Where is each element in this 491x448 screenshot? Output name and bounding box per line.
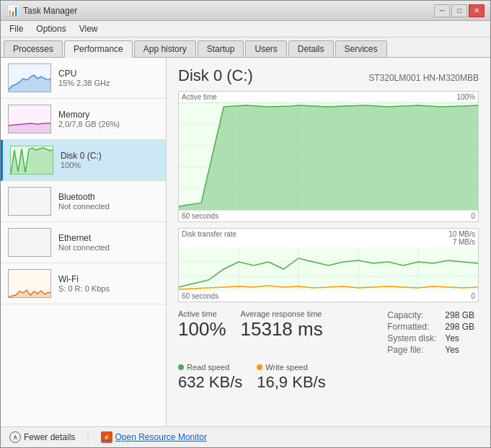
chart1-top-labels: Active time 100%: [179, 92, 478, 102]
ethernet-mini-graph: [8, 228, 51, 257]
sidebar-item-disk[interactable]: Disk 0 (C:) 100%: [1, 140, 166, 181]
task-manager-window: 📊 Task Manager ─ □ ✕ File Options View P…: [0, 0, 491, 448]
wifi-mini-graph: [8, 269, 51, 298]
menu-bar: File Options View: [1, 21, 490, 38]
chart1-top-right: 100%: [456, 93, 475, 101]
window-title: Task Manager: [23, 6, 77, 16]
chart2-bottom-right: 0: [471, 292, 475, 300]
chevron-up-icon: ∧: [9, 431, 21, 443]
tab-details[interactable]: Details: [288, 40, 334, 57]
tab-users[interactable]: Users: [245, 40, 286, 57]
bluetooth-label-group: Bluetooth Not connected: [58, 192, 110, 211]
open-resource-monitor-link[interactable]: ⚡ Open Resource Monitor: [101, 431, 207, 443]
wifi-sub: S: 0 R: 0 Kbps: [58, 284, 110, 293]
ethernet-label-group: Ethernet Not connected: [58, 233, 110, 252]
menu-options[interactable]: Options: [30, 22, 71, 35]
cpu-label: CPU: [58, 69, 110, 79]
write-speed-label: Write speed: [265, 363, 308, 372]
window-icon: 📊: [6, 5, 19, 17]
active-time-chart: Active time 100%: [178, 91, 479, 222]
capacity-value: 298 GB: [441, 309, 479, 321]
write-speed-group: Write speed 16,9 KB/s: [257, 363, 325, 392]
active-time-stat: Active time 100%: [178, 309, 226, 338]
ethernet-sub: Not connected: [58, 243, 110, 252]
disk-mini-graph: [10, 146, 53, 175]
formatted-value: 298 GB: [441, 321, 479, 333]
disk-sub: 100%: [61, 161, 102, 170]
read-speed-label: Read speed: [187, 363, 229, 372]
disk-title: Disk 0 (C:): [178, 66, 253, 85]
sidebar-item-wifi[interactable]: Wi-Fi S: 0 R: 0 Kbps: [1, 263, 166, 304]
tab-services[interactable]: Services: [335, 40, 387, 57]
write-dot: [257, 364, 262, 370]
memory-label: Memory: [58, 110, 120, 120]
sidebar-item-bluetooth[interactable]: Bluetooth Not connected: [1, 181, 166, 222]
disk-label: Disk 0 (C:): [61, 151, 102, 161]
memory-label-group: Memory 2,0/7,8 GB (26%): [58, 110, 120, 128]
chart1-bottom-labels: 60 seconds 0: [179, 211, 478, 221]
read-speed-value: 632 KB/s: [178, 373, 242, 392]
title-bar-left: 📊 Task Manager: [6, 5, 77, 17]
memory-mini-graph: [8, 105, 51, 133]
main-panel: Disk 0 (C:) ST320LM001 HN-M320MBB Active…: [167, 58, 490, 426]
chart2-label: Disk transfer rate: [182, 230, 236, 246]
chart2-bottom-left: 60 seconds: [182, 292, 218, 300]
memory-sub: 2,0/7,8 GB (26%): [58, 120, 120, 128]
menu-view[interactable]: View: [74, 22, 104, 35]
read-speed-indicator: Read speed: [178, 363, 242, 372]
chart2-area: [179, 247, 478, 291]
page-file-label: Page file:: [383, 344, 441, 356]
avg-response-stat: Average response time 15318 ms: [241, 309, 323, 338]
active-time-value: 100%: [178, 320, 226, 338]
write-speed-value: 16,9 KB/s: [257, 373, 325, 392]
bluetooth-sub: Not connected: [58, 202, 110, 211]
svg-marker-0: [9, 75, 51, 92]
ethernet-label: Ethernet: [58, 233, 110, 243]
resource-monitor-icon: ⚡: [101, 431, 112, 443]
wifi-label-group: Wi-Fi S: 0 R: 0 Kbps: [58, 274, 110, 293]
tab-performance[interactable]: Performance: [64, 40, 133, 58]
sidebar-item-cpu[interactable]: CPU 15% 2,38 GHz: [1, 58, 166, 99]
tab-startup[interactable]: Startup: [198, 40, 244, 57]
tab-bar: Processes Performance App history Startu…: [1, 38, 490, 58]
cpu-label-group: CPU 15% 2,38 GHz: [58, 69, 110, 87]
close-button[interactable]: ✕: [469, 4, 485, 17]
avg-response-value: 15318 ms: [241, 320, 323, 338]
disk-header: Disk 0 (C:) ST320LM001 HN-M320MBB: [178, 66, 479, 85]
svg-marker-13: [179, 105, 478, 210]
read-dot: [178, 364, 184, 370]
chart1-top-left: Active time: [182, 93, 217, 101]
tab-processes[interactable]: Processes: [4, 40, 63, 57]
sidebar: CPU 15% 2,38 GHz Memory 2,0/7,8 GB (26%): [1, 58, 167, 426]
maximize-button[interactable]: □: [451, 4, 467, 17]
fewer-details-button[interactable]: ∧ Fewer details: [9, 431, 75, 443]
cpu-sub: 15% 2,38 GHz: [58, 79, 110, 87]
disk-label-group: Disk 0 (C:) 100%: [61, 151, 102, 170]
transfer-rate-chart: Disk transfer rate 10 MB/s 7 MB/s: [178, 228, 479, 302]
capacity-label: Capacity:: [383, 309, 441, 321]
content-area: CPU 15% 2,38 GHz Memory 2,0/7,8 GB (26%): [1, 58, 490, 426]
minimize-button[interactable]: ─: [434, 4, 450, 17]
formatted-label: Formatted:: [383, 321, 441, 333]
speed-row: Read speed 632 KB/s Write speed 16,9 KB/…: [178, 363, 479, 392]
sidebar-item-memory[interactable]: Memory 2,0/7,8 GB (26%): [1, 99, 166, 140]
title-controls: ─ □ ✕: [434, 4, 485, 17]
page-file-value: Yes: [441, 344, 479, 356]
wifi-label: Wi-Fi: [58, 274, 110, 284]
bluetooth-mini-graph: [8, 187, 51, 216]
active-time-label: Active time: [178, 309, 226, 318]
chart2-top-right-2: 7 MB/s: [453, 238, 475, 246]
tab-app-history[interactable]: App history: [134, 40, 196, 57]
chart1-area: [179, 102, 478, 211]
chart2-bottom-labels: 60 seconds 0: [179, 291, 478, 302]
sidebar-item-ethernet[interactable]: Ethernet Not connected: [1, 222, 166, 263]
write-speed-indicator: Write speed: [257, 363, 325, 372]
chart2-top-labels: Disk transfer rate 10 MB/s 7 MB/s: [179, 229, 478, 247]
chart1-bottom-left: 60 seconds: [182, 212, 218, 220]
menu-file[interactable]: File: [4, 22, 29, 35]
avg-response-label: Average response time: [241, 309, 323, 318]
fewer-details-label: Fewer details: [24, 432, 75, 442]
system-disk-value: Yes: [441, 333, 479, 344]
footer: ∧ Fewer details | ⚡ Open Resource Monito…: [1, 426, 490, 447]
title-bar: 📊 Task Manager ─ □ ✕: [1, 1, 490, 21]
